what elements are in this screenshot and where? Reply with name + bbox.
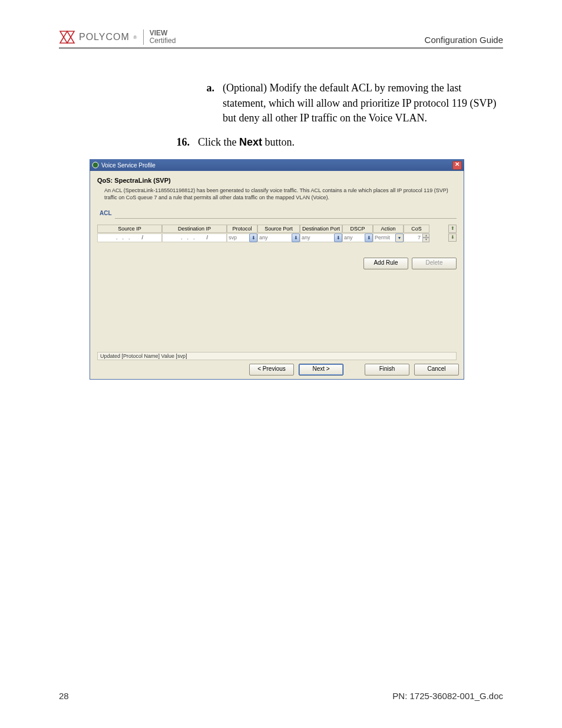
dialog-screenshot: Voice Service Profile ✕ QoS: SpectraLink… — [90, 159, 464, 379]
page-number: 28 — [59, 691, 69, 701]
move-down-button[interactable]: ⬇ — [448, 233, 457, 242]
protocol-input[interactable]: svp ⬇ — [227, 233, 257, 242]
col-action: Action — [373, 225, 404, 233]
status-bar: Updated [Protocol Name] Value [svp] — [97, 352, 457, 360]
part-number: PN: 1725-36082-001_G.doc — [392, 691, 503, 701]
protocol-dropdown-icon[interactable]: ⬇ — [249, 233, 257, 242]
svg-marker-1 — [60, 31, 74, 43]
step-16: 16. Click the Next button. — [172, 135, 503, 150]
add-rule-button[interactable]: Add Rule — [363, 258, 408, 269]
dialog-heading: QoS: SpectraLink (SVP) — [97, 177, 457, 184]
acl-legend: ACL — [97, 210, 114, 216]
brand-block: POLYCOM ® VIEW Certified — [59, 29, 176, 45]
step-16-label: 16. — [172, 135, 198, 150]
source-port-input[interactable]: any ⬇ — [257, 233, 300, 242]
wizard-button-row: < Previous Next > Finish Cancel — [90, 360, 464, 379]
brand-name: POLYCOM — [79, 32, 130, 42]
previous-button[interactable]: < Previous — [249, 364, 294, 375]
page-footer: 28 PN: 1725-36082-001_G.doc — [59, 691, 503, 701]
view-certified-badge: VIEW Certified — [150, 29, 176, 45]
action-dropdown-icon[interactable]: ▾ — [395, 233, 404, 242]
close-icon[interactable]: ✕ — [452, 161, 462, 170]
svg-marker-0 — [60, 31, 74, 43]
cancel-button[interactable]: Cancel — [414, 364, 459, 375]
divider — [143, 29, 144, 45]
step-a-text: (Optional) Modify the default ACL by rem… — [223, 81, 503, 126]
col-dscp: DSCP — [342, 225, 373, 233]
source-ip-input[interactable]: .../ — [97, 233, 162, 242]
move-up-button[interactable]: ⬆ — [448, 225, 457, 233]
dscp-dropdown-icon[interactable]: ⬇ — [365, 233, 373, 242]
col-source-port: Source Port — [257, 225, 300, 233]
cos-spinner-icon[interactable]: ▴▾ — [422, 233, 429, 242]
svg-point-2 — [92, 162, 98, 168]
doc-title: Configuration Guide — [425, 35, 503, 45]
dscp-input[interactable]: any ⬇ — [342, 233, 373, 242]
acl-header-row: Source IP Destination IP Protocol Source… — [97, 225, 448, 233]
step-a: a. (Optional) Modify the default ACL by … — [197, 81, 503, 126]
dest-port-dropdown-icon[interactable]: ⬇ — [334, 233, 342, 242]
acl-fieldset: ACL Source IP Destination IP Protocol So… — [97, 213, 457, 360]
dialog-titlebar: Voice Service Profile ✕ — [90, 159, 464, 171]
action-select[interactable]: Permit ▾ — [373, 233, 404, 242]
polycom-logo-icon — [59, 30, 75, 44]
delete-button: Delete — [412, 258, 457, 269]
app-icon — [92, 162, 99, 169]
acl-rule-row[interactable]: .../ .../ svp ⬇ any — [97, 233, 448, 242]
dest-port-input[interactable]: any ⬇ — [300, 233, 342, 242]
col-source-ip: Source IP — [97, 225, 162, 233]
col-dest-ip: Destination IP — [162, 225, 227, 233]
dialog-description: An ACL (SpectraLink-1185501198812) has b… — [104, 187, 457, 201]
source-port-dropdown-icon[interactable]: ⬇ — [292, 233, 300, 242]
dest-ip-input[interactable]: .../ — [162, 233, 227, 242]
col-protocol: Protocol — [227, 225, 257, 233]
col-dest-port: Destination Port — [300, 225, 342, 233]
step-16-text: Click the Next button. — [198, 135, 503, 150]
page-header: POLYCOM ® VIEW Certified Configuration G… — [59, 29, 503, 49]
step-a-label: a. — [197, 81, 223, 126]
dialog-title: Voice Service Profile — [101, 162, 156, 169]
next-button[interactable]: Next > — [299, 364, 343, 375]
finish-button[interactable]: Finish — [365, 364, 409, 375]
body-content: a. (Optional) Modify the default ACL by … — [59, 81, 503, 150]
col-cos: CoS — [404, 225, 429, 233]
cos-spinner[interactable]: 7 ▴▾ — [404, 233, 429, 242]
